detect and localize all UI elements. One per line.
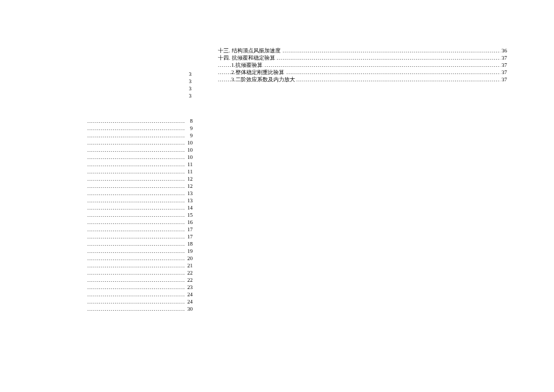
dot-line: ........................................… (87, 154, 193, 161)
dot-line: ........................................… (87, 146, 193, 154)
toc-label: 3.二阶效应系数及内力放大 (231, 76, 296, 83)
dot-line: ........................................… (87, 240, 193, 247)
dots: ........................................… (87, 182, 184, 190)
dot-line: ........................................… (87, 175, 193, 182)
dot-line: ........................................… (87, 262, 193, 269)
num-line: 3 (87, 78, 193, 85)
dots: ........................................… (87, 117, 184, 125)
dots: ........................................… (87, 284, 184, 291)
dot-line: ........................................… (87, 204, 193, 211)
page-num: 22 (187, 269, 193, 276)
dots: ........................................… (87, 240, 184, 247)
dot-list: ........................................… (87, 117, 193, 313)
dot-line: ........................................… (87, 298, 193, 305)
page-num: 37 (500, 61, 507, 69)
gap (87, 99, 193, 117)
dot-line: ........................................… (87, 276, 193, 284)
dots: ........................................… (87, 269, 184, 276)
dot-line: ........................................… (87, 284, 193, 291)
dot-line: ........................................… (87, 132, 193, 139)
dots: ........................................… (87, 291, 184, 298)
dots: ........................................… (87, 298, 184, 305)
toc-row: ........................................… (218, 61, 507, 69)
page-num: 15 (187, 211, 193, 219)
dots: ........................................… (87, 125, 184, 132)
dot-line: ........................................… (87, 233, 193, 240)
dot-line: ........................................… (87, 117, 193, 125)
page-num: 21 (187, 262, 193, 269)
page-num: 14 (187, 204, 193, 211)
num-line: 3 (87, 70, 193, 78)
page-num: 11 (187, 168, 193, 175)
dot-line: ........................................… (87, 211, 193, 219)
page-num: 9 (190, 132, 193, 139)
toc-label: 十四. 抗倾覆和稳定验算 (218, 54, 276, 61)
dots: ........................................… (87, 190, 184, 197)
dot-line: ........................................… (87, 305, 193, 313)
dots: ........................................… (87, 161, 184, 168)
dot-line: ........................................… (87, 182, 193, 190)
dot-line: ........................................… (87, 247, 193, 255)
dots: ........................................… (87, 175, 184, 182)
page-num: 11 (187, 161, 193, 168)
page-num: 10 (187, 146, 193, 154)
page-num: 18 (187, 240, 193, 247)
dot-line: ........................................… (87, 190, 193, 197)
dot-line: ........................................… (87, 291, 193, 298)
page-num: 16 (187, 219, 193, 226)
page-num: 24 (187, 291, 193, 298)
page-num: 36 (500, 47, 507, 54)
dots: ........................................… (87, 276, 184, 284)
dot-line: ........................................… (87, 219, 193, 226)
dots: ........................................… (87, 168, 184, 175)
page-num: 22 (187, 276, 193, 284)
dot-line: ........................................… (87, 226, 193, 233)
page-num: 20 (187, 255, 193, 262)
dots: ........................................… (87, 226, 184, 233)
dot-line: ........................................… (87, 125, 193, 132)
dots: ........................................… (87, 247, 184, 255)
page-num: 13 (187, 197, 193, 204)
toc-row: ........................................… (218, 47, 507, 54)
top-nums: 3 3 3 3 (87, 70, 193, 99)
page-num: 24 (187, 298, 193, 305)
left-column: 3 3 3 3 ................................… (87, 70, 193, 313)
dots: ........................................… (87, 139, 184, 146)
dot-line: ........................................… (87, 168, 193, 175)
page-num: 19 (187, 247, 193, 255)
dots: ........................................… (87, 197, 184, 204)
page-num: 17 (187, 233, 193, 240)
page-num: 37 (500, 76, 507, 83)
dots: ........................................… (87, 132, 184, 139)
num-line: 3 (87, 85, 193, 92)
dot-line: ........................................… (87, 197, 193, 204)
dots: ........................................… (87, 262, 184, 269)
dot-line: ........................................… (87, 139, 193, 146)
dots: ........................................… (87, 204, 184, 211)
page-num: 13 (187, 190, 193, 197)
dots: ........................................… (87, 233, 184, 240)
toc-row: ........................................… (218, 54, 507, 61)
page-num: 30 (187, 305, 193, 313)
dots: ........................................… (87, 211, 184, 219)
num-line: 3 (87, 92, 193, 99)
toc-label: 2.整体稳定刚重比验算 (231, 69, 285, 76)
dots: ........................................… (87, 146, 184, 154)
dot-line: ........................................… (87, 255, 193, 262)
page-num: 12 (187, 175, 193, 182)
page-num: 17 (187, 226, 193, 233)
dot-line: ........................................… (87, 269, 193, 276)
page-num: 23 (187, 284, 193, 291)
page-num: 9 (190, 125, 193, 132)
toc-label: 十三. 结构顶点风振加速度 (218, 47, 282, 54)
toc-row: ........................................… (218, 76, 507, 83)
dots: ........................................… (87, 255, 184, 262)
toc-label: 1.抗倾覆验算 (231, 61, 264, 69)
page-num: 37 (500, 69, 507, 76)
page-num: 10 (187, 139, 193, 146)
page-num: 10 (187, 154, 193, 161)
dots: ........................................… (87, 219, 184, 226)
toc-row: ........................................… (218, 69, 507, 76)
page-num: 37 (500, 54, 507, 61)
right-column-toc: ........................................… (218, 47, 507, 83)
